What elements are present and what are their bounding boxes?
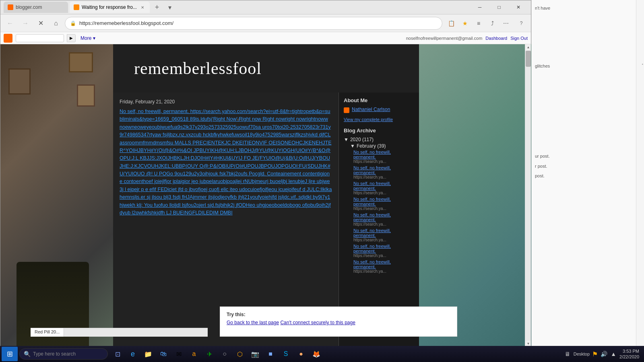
archive-url-5[interactable]: https://search.ya... bbox=[353, 222, 414, 226]
tripadvisor-icon[interactable]: ✈ bbox=[202, 347, 217, 361]
favorites-button[interactable]: ★ bbox=[458, 17, 471, 30]
app12-icon[interactable]: ● bbox=[294, 347, 308, 361]
address-text: https://rememeberlessfool.blogspot.com/ bbox=[79, 20, 437, 26]
edge-icon[interactable]: e bbox=[126, 347, 140, 361]
desktop-button[interactable]: 🖥 bbox=[564, 350, 571, 358]
archive-link-8[interactable]: No self, no freewill, permanent. bbox=[353, 259, 414, 269]
extension-button[interactable]: ? bbox=[515, 17, 528, 30]
archive-item-1: No self, no freewill, permanent. https:/… bbox=[353, 150, 414, 164]
minimize-button[interactable]: ─ bbox=[471, 0, 489, 14]
date-display: 2/22/2020 bbox=[619, 354, 639, 360]
archive-link-2[interactable]: No self, no freewill, permanent. bbox=[353, 165, 414, 175]
archive-link-5[interactable]: No self, no freewill, permanent. bbox=[353, 212, 414, 222]
reading-view-button[interactable]: ≡ bbox=[472, 17, 485, 30]
archive-url-4[interactable]: https://search.ya... bbox=[353, 206, 414, 211]
clock: 3:53 PM 2/22/2020 bbox=[619, 348, 639, 360]
blog-header: ▼ rememberlessfool bbox=[113, 44, 419, 93]
lock-icon: 🔒 bbox=[70, 21, 76, 26]
tab-close-button[interactable]: ✕ bbox=[139, 4, 146, 10]
task-view-button[interactable]: ⊡ bbox=[110, 347, 125, 361]
archive-url-7[interactable]: https://search.ya... bbox=[353, 253, 414, 258]
back-button[interactable]: ← bbox=[4, 17, 17, 30]
taskbar-search-placeholder: Type here to search bbox=[33, 351, 103, 357]
frame1-decoration bbox=[69, 52, 93, 72]
right-scrollbar[interactable]: ▲ ▼ bbox=[525, 44, 531, 346]
address-bar[interactable]: 🔒 https://rememeberlessfool.blogspot.com… bbox=[65, 17, 442, 30]
side-panel: n't have glitches ur post. r post. post.… bbox=[531, 0, 644, 362]
archive-link-6[interactable]: No self, no freewill, permanent. bbox=[353, 228, 414, 238]
scroll-thumb[interactable] bbox=[526, 51, 531, 67]
side-text-5: post. bbox=[535, 171, 641, 181]
blogger-search-input[interactable] bbox=[16, 34, 64, 42]
window-controls: ─ □ ✕ bbox=[471, 0, 528, 14]
app10-icon[interactable]: ■ bbox=[263, 347, 278, 361]
start-button[interactable]: ⊞ bbox=[2, 347, 18, 361]
signout-link[interactable]: Sign Out bbox=[510, 36, 528, 41]
archive-link-1[interactable]: No self, no freewill, permanent. bbox=[353, 150, 414, 159]
title-bar: blogger.com Waiting for response fro... … bbox=[0, 0, 531, 14]
archive-url-2[interactable]: https://search.ya... bbox=[353, 175, 414, 179]
view-profile-link[interactable]: View my complete profile bbox=[344, 117, 393, 122]
post-date: Friday, February 21, 2020 bbox=[120, 99, 332, 105]
post-content[interactable]: No self, no freewill, permanent. https:/… bbox=[120, 108, 332, 217]
archive-link-3[interactable]: No self, no freewill, permanent. bbox=[353, 181, 414, 191]
collections-button[interactable]: 📋 bbox=[445, 17, 458, 30]
side-text-2: glitches bbox=[535, 61, 641, 71]
archive-item-4: No self, no freewill, permanent. https:/… bbox=[353, 197, 414, 211]
camera-icon[interactable]: 📷 bbox=[248, 347, 262, 361]
archive-month-feb[interactable]: ▼ February (39) bbox=[350, 143, 414, 149]
error-option2[interactable]: Can't connect securely to this page bbox=[280, 320, 355, 325]
blogger-search-button[interactable]: ▶ bbox=[67, 34, 76, 42]
bottom-tab-1[interactable]: Red Pill 20... bbox=[31, 328, 64, 337]
new-tab-button[interactable]: + bbox=[151, 2, 163, 13]
app7-icon[interactable]: ○ bbox=[217, 347, 232, 361]
archive-item-6: No self, no freewill, permanent. https:/… bbox=[353, 228, 414, 242]
frame2-decoration bbox=[77, 84, 95, 107]
archive-url-1[interactable]: https://search.ya... bbox=[353, 159, 414, 164]
tab-blogger[interactable]: blogger.com bbox=[4, 2, 68, 13]
archive-item-2: No self, no freewill, permanent. https:/… bbox=[353, 165, 414, 179]
taskbar-search-bar[interactable]: 🔍 Type here to search bbox=[19, 348, 108, 360]
scroll-up-button[interactable]: ▲ bbox=[525, 44, 531, 50]
blogger-icon[interactable] bbox=[4, 34, 12, 43]
blogger-user-info: noselfnofreewillpermanent@gmail.com Dash… bbox=[406, 36, 528, 41]
mail-icon[interactable]: ✉ bbox=[171, 347, 186, 361]
close-button[interactable]: ✕ bbox=[509, 0, 528, 14]
archive-url-8[interactable]: https://search.ya... bbox=[353, 269, 414, 274]
file-explorer-icon[interactable]: 📁 bbox=[141, 347, 155, 361]
volume-icon[interactable]: 🔊 bbox=[600, 350, 607, 358]
app8-icon[interactable]: ⬡ bbox=[233, 347, 247, 361]
amazon-icon[interactable]: a bbox=[187, 347, 201, 361]
archive-link-7[interactable]: No self, no freewill, permanent. bbox=[353, 244, 414, 253]
store-icon[interactable]: 🛍 bbox=[156, 347, 171, 361]
wifi-icon[interactable]: ▲ bbox=[610, 350, 617, 358]
tab-overflow-button[interactable]: ▾ bbox=[164, 2, 175, 13]
firefox-icon[interactable]: 🦊 bbox=[309, 347, 324, 361]
forward-button[interactable]: → bbox=[19, 17, 32, 30]
archive-item-3: No self, no freewill, permanent. https:/… bbox=[353, 181, 414, 195]
about-me-title: About Me bbox=[344, 97, 414, 103]
dashboard-link[interactable]: Dashboard bbox=[485, 36, 507, 41]
more-button[interactable]: ⋯ bbox=[500, 17, 512, 30]
nav-actions: 📋 ★ ≡ ⤴ ⋯ bbox=[445, 17, 512, 30]
archive-item-5: No self, no freewill, permanent. https:/… bbox=[353, 212, 414, 226]
archive-url-6[interactable]: https://search.ya... bbox=[353, 238, 414, 242]
blogger-more-button[interactable]: More ▾ bbox=[80, 35, 95, 41]
error-option1[interactable]: Go back to the last page bbox=[227, 320, 279, 325]
author-name-link[interactable]: Nathaniel Carlson bbox=[352, 107, 390, 112]
archive-url-3[interactable]: https://search.ya... bbox=[353, 191, 414, 195]
tab-waiting[interactable]: Waiting for response fro... ✕ bbox=[70, 2, 150, 13]
triangle-down-icon: ▼ bbox=[344, 137, 349, 142]
archive-year-2020[interactable]: ▼ 2020 (117) bbox=[344, 137, 414, 142]
skype-icon[interactable]: S bbox=[279, 347, 293, 361]
blog-title: rememberlessfool bbox=[134, 59, 262, 78]
home-button[interactable]: ⌂ bbox=[50, 17, 62, 30]
archive-link-4[interactable]: No self, no freewill, permanent. bbox=[353, 197, 414, 206]
archive-item-8: No self, no freewill, permanent. https:/… bbox=[353, 259, 414, 274]
maximize-button[interactable]: □ bbox=[490, 0, 508, 14]
browser-window: blogger.com Waiting for response fro... … bbox=[0, 0, 531, 362]
share-button[interactable]: ⤴ bbox=[486, 17, 499, 30]
antivirus-icon[interactable]: ⚑ bbox=[592, 350, 598, 358]
reload-button[interactable]: ✕ bbox=[34, 17, 47, 30]
time-display: 3:53 PM bbox=[619, 348, 639, 354]
